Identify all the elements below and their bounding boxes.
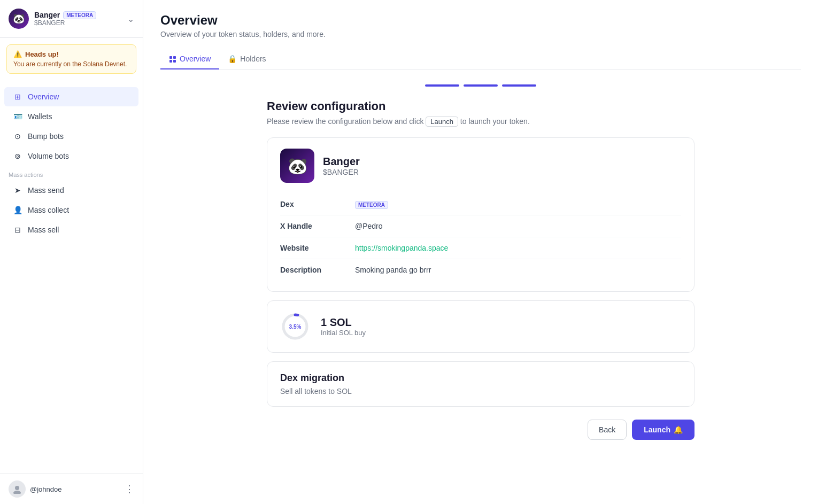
sol-description: Initial SOL buy: [321, 329, 366, 337]
token-name: Banger METEORA: [34, 11, 96, 19]
config-row-website: Website https://smokingpanda.space: [280, 237, 681, 259]
review-section: Review configuration Please review the c…: [267, 84, 694, 440]
dex-migration-title: Dex migration: [280, 373, 681, 384]
token-large-avatar: 🐼: [280, 149, 314, 183]
sidebar-item-bump-bots[interactable]: ⊙ Bump bots: [4, 127, 138, 146]
svg-point-0: [15, 486, 19, 490]
sol-progress-label: 3.5%: [289, 324, 302, 330]
token-selector[interactable]: 🐼 Banger METEORA $BANGER: [9, 9, 96, 29]
sidebar-item-mass-sell[interactable]: ⊟ Mass sell: [4, 220, 138, 239]
svg-rect-3: [173, 56, 176, 59]
launch-inline-label: Launch: [426, 117, 458, 127]
dex-value: METEORA: [355, 200, 388, 208]
svg-point-1: [13, 491, 21, 494]
mass-actions-label: Mass actions: [0, 166, 143, 180]
collect-icon: 👤: [13, 205, 22, 215]
sidebar-item-overview[interactable]: ⊞ Overview: [4, 87, 138, 106]
config-row-description: Description Smoking panda go brrr: [280, 259, 681, 281]
step-3: [502, 84, 536, 87]
sidebar-item-wallets[interactable]: 🪪 Wallets: [4, 107, 138, 126]
page-title: Overview: [160, 13, 801, 28]
svg-rect-4: [169, 60, 172, 63]
tab-holders[interactable]: 🔒 Holders: [219, 49, 274, 69]
page-subtitle: Overview of your token status, holders, …: [160, 30, 801, 38]
token-avatar: 🐼: [9, 9, 29, 29]
chevron-down-icon[interactable]: ⌄: [127, 14, 134, 24]
tab-overview[interactable]: Overview: [160, 49, 219, 69]
tabs: Overview 🔒 Holders: [160, 49, 801, 69]
dex-migration-card: Dex migration Sell all tokens to SOL: [267, 361, 694, 407]
send-icon: ➤: [13, 185, 22, 195]
sidebar-nav: ⊞ Overview 🪪 Wallets ⊙ Bump bots ⊚ Volum…: [0, 80, 143, 474]
xhandle-label: X Handle: [280, 222, 355, 230]
holders-tab-icon: 🔒: [228, 55, 237, 63]
sol-card-inner: 3.5% 1 SOL Initial SOL buy: [280, 312, 681, 342]
dex-migration-description: Sell all tokens to SOL: [280, 387, 681, 396]
alert-box: ⚠️ Heads up! You are currently on the So…: [6, 44, 136, 74]
website-value: https://smokingpanda.space: [355, 244, 448, 252]
dex-badge: METEORA: [355, 201, 388, 209]
sidebar: 🐼 Banger METEORA $BANGER ⌄ ⚠️ Heads up! …: [0, 0, 143, 504]
step-2: [464, 84, 498, 87]
sol-info: 1 SOL Initial SOL buy: [321, 316, 366, 337]
sidebar-footer: @johndoe ⋮: [0, 474, 143, 504]
robot-icon: ⊙: [13, 131, 22, 141]
warning-icon: ⚠️: [13, 50, 22, 58]
step-1: [425, 84, 459, 87]
review-title: Review configuration: [267, 99, 694, 113]
sell-icon: ⊟: [13, 225, 22, 235]
overview-tab-icon: [169, 55, 176, 63]
sol-card: 3.5% 1 SOL Initial SOL buy: [267, 300, 694, 353]
grid-icon: ⊞: [13, 92, 22, 102]
dex-label: Dex: [280, 200, 355, 208]
review-subtitle: Please review the configuration below an…: [267, 117, 694, 127]
back-button[interactable]: Back: [588, 420, 627, 440]
token-info: Banger METEORA $BANGER: [34, 11, 96, 27]
user-info: @johndoe: [9, 480, 61, 498]
meteora-badge: METEORA: [63, 11, 96, 19]
wallet-icon: 🪪: [13, 112, 22, 121]
description-value: Smoking panda go brrr: [355, 266, 431, 274]
token-ticker: $BANGER: [34, 19, 96, 27]
sol-amount: 1 SOL: [321, 316, 366, 329]
config-row-xhandle: X Handle @Pedro: [280, 215, 681, 237]
bell-icon: 🔔: [674, 425, 683, 434]
action-buttons: Back Launch 🔔: [267, 420, 694, 440]
more-options-button[interactable]: ⋮: [125, 484, 134, 494]
sidebar-header: 🐼 Banger METEORA $BANGER ⌄: [0, 0, 143, 38]
main-content: Overview Overview of your token status, …: [143, 0, 818, 504]
token-large-ticker: $BANGER: [323, 168, 360, 176]
token-config-card: 🐼 Banger $BANGER Dex METEORA X Handle @P…: [267, 137, 694, 292]
config-row-dex: Dex METEORA: [280, 193, 681, 215]
token-card-info: Banger $BANGER: [323, 156, 360, 176]
user-name: @johndoe: [30, 485, 61, 493]
bot-icon: ⊚: [13, 151, 22, 161]
description-label: Description: [280, 266, 355, 274]
sol-progress-circle: 3.5%: [280, 312, 310, 342]
sidebar-item-mass-collect[interactable]: 👤 Mass collect: [4, 200, 138, 220]
avatar: [9, 480, 26, 498]
sidebar-item-mass-send[interactable]: ➤ Mass send: [4, 181, 138, 200]
alert-text: You are currently on the Solana Devnet.: [13, 60, 129, 68]
token-large-name: Banger: [323, 156, 360, 168]
xhandle-value: @Pedro: [355, 222, 383, 230]
token-card-header: 🐼 Banger $BANGER: [280, 149, 681, 183]
alert-title: ⚠️ Heads up!: [13, 50, 129, 58]
svg-rect-2: [169, 56, 172, 59]
website-label: Website: [280, 244, 355, 252]
launch-button[interactable]: Launch 🔔: [632, 420, 694, 440]
svg-rect-5: [173, 60, 176, 63]
sidebar-item-volume-bots[interactable]: ⊚ Volume bots: [4, 146, 138, 166]
progress-steps: [425, 84, 536, 87]
